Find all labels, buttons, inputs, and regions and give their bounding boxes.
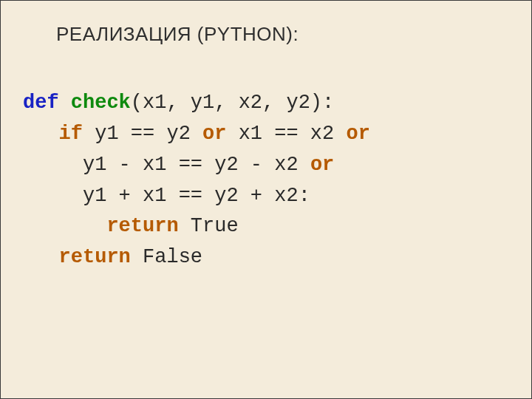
keyword-or: or: [346, 123, 369, 145]
slide: РЕАЛИЗАЦИЯ (PYTHON): def check(x1, y1, x…: [0, 0, 532, 399]
cond-part: y1 == y2: [83, 123, 202, 145]
function-name: check: [71, 92, 131, 114]
keyword-or: or: [310, 154, 334, 176]
keyword-if: if: [59, 123, 83, 145]
return-value: True: [179, 215, 239, 237]
cond-line: y1 + x1 == y2 + x2:: [23, 185, 310, 207]
keyword-return: return: [59, 246, 131, 268]
indent: [23, 246, 59, 268]
slide-title: РЕАЛИЗАЦИЯ (PYTHON):: [56, 23, 299, 46]
keyword-return: return: [106, 215, 178, 237]
indent: [23, 123, 59, 145]
keyword-def: def: [23, 92, 59, 114]
cond-line: y1 - x1 == y2 - x2: [23, 154, 310, 176]
keyword-or: or: [202, 123, 226, 145]
code-block: def check(x1, y1, x2, y2): if y1 == y2 o…: [23, 88, 370, 273]
indent: [23, 215, 106, 237]
function-signature: (x1, y1, x2, y2):: [131, 92, 334, 114]
return-value: False: [131, 246, 202, 268]
cond-part: x1 == x2: [226, 123, 346, 145]
